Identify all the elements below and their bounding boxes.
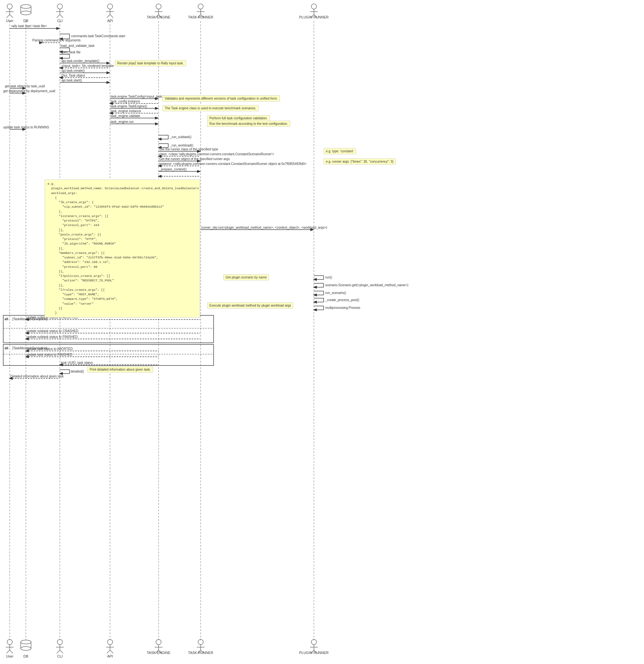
svg-line-130 xyxy=(57,15,60,18)
svg-text:_run_workload(): _run_workload() xyxy=(169,144,193,147)
svg-text:task.engine.TaskConfig(<input_: task.engine.TaskConfig(<input_task>) xyxy=(111,95,165,98)
note-runnerclass: e.g. type: 'constant' xyxy=(324,148,356,154)
svg-point-126 xyxy=(21,11,31,15)
svg-line-156 xyxy=(10,650,13,653)
svg-text:api.task.start(): api.task.start() xyxy=(61,79,82,82)
svg-text:update task status to ABORTED: update task status to ABORTED xyxy=(26,347,73,351)
svg-text:scenario.Scenario.get(<plugin_: scenario.Scenario.get(<plugin_workload_m… xyxy=(325,283,408,287)
svg-text:runner_obj.run(<plugin_workloa: runner_obj.run(<plugin_workload_method_n… xyxy=(201,226,327,229)
svg-text:task_engine.validate: task_engine.validate xyxy=(111,114,140,118)
svg-point-181 xyxy=(311,639,317,645)
svg-line-169 xyxy=(107,650,110,653)
svg-point-142 xyxy=(198,4,203,9)
svg-text:Get the runner class of the sp: Get the runner class of the specified ty… xyxy=(159,147,218,151)
svg-text:Get the runner object of the s: Get the runner object of the specified r… xyxy=(159,157,230,161)
svg-point-123 xyxy=(21,4,31,8)
lifeline-user: User xyxy=(3,3,16,23)
svg-text:api.task.create(): api.task.create() xyxy=(61,69,85,72)
svg-text:update task status to FINISHED: update task status to FINISHED xyxy=(26,353,73,356)
svg-text:Dict, Task object: Dict, Task object xyxy=(61,74,85,77)
svg-point-132 xyxy=(107,4,113,9)
svg-point-137 xyxy=(156,4,161,9)
lifeline-taskengine-bottom: TASK ENGINE xyxy=(142,639,175,655)
svg-line-136 xyxy=(110,15,113,18)
svg-line-170 xyxy=(110,650,113,653)
note-pluginexec: Execute plugin workload method by plugin… xyxy=(207,303,293,309)
svg-line-164 xyxy=(57,650,60,653)
svg-point-166 xyxy=(107,639,113,645)
svg-text:open_task file: open_task file xyxy=(61,50,81,54)
svg-rect-94 xyxy=(3,315,214,343)
svg-text:instance: <rally.plugins.commo: instance: <rally.plugins.common.runners.… xyxy=(159,162,306,166)
lifeline-cli: CLI xyxy=(54,3,66,23)
svg-text:task_engine.run: task_engine.run xyxy=(111,120,134,124)
lifeline-api-bottom: API xyxy=(104,639,117,658)
svg-text:task UUID, task status: task UUID, task status xyxy=(61,361,93,365)
lifeline-taskrunner-bottom: TASK RUNNER xyxy=(184,639,217,655)
svg-text:_create_process_pool(): _create_process_pool() xyxy=(325,298,359,302)
lifeline-api: API xyxy=(104,3,117,23)
svg-text:[TaskAborted Exception]: [TaskAborted Exception] xyxy=(12,346,47,350)
svg-text:alt: alt xyxy=(4,317,8,321)
lifeline-cli-bottom: CLI xyxy=(54,639,66,658)
lifeline-pluginrunner-bottom: PLUGIN RUNNER xyxy=(298,639,330,655)
note-runnerargs: e.g. runner args: {"times": 30, "concurr… xyxy=(324,159,396,165)
svg-text:_run_subtask(): _run_subtask() xyxy=(169,135,192,139)
lifeline-db: DB xyxy=(19,3,32,23)
lifeline-pluginrunner: PLUGIN RUNNER xyxy=(298,3,330,19)
svg-text:[TaskAborted Exception]: [TaskAborted Exception] xyxy=(12,317,47,321)
svg-text:rally task start <task file>: rally task start <task file> xyxy=(11,24,47,28)
svg-line-121 xyxy=(6,15,10,18)
svg-point-127 xyxy=(57,4,62,9)
svg-text:update subtask status to FINIS: update subtask status to FINISHED xyxy=(26,335,78,339)
note-detailed: Print detailed information about given t… xyxy=(87,367,153,373)
big-note-workload: e.g. plugin_workload_method_name: Octavi… xyxy=(45,180,200,318)
svg-text:multiprocessing.Process: multiprocessing.Process xyxy=(325,306,360,310)
svg-text:update task status to RUNNING: update task status to RUNNING xyxy=(3,125,49,129)
svg-line-165 xyxy=(60,650,63,653)
svg-text:load_and_validate_task: load_and_validate_task xyxy=(61,44,95,47)
svg-point-152 xyxy=(7,639,12,645)
svg-text:run(): run() xyxy=(325,275,332,279)
svg-point-176 xyxy=(198,639,203,645)
svg-point-157 xyxy=(21,640,31,644)
svg-line-122 xyxy=(10,15,13,18)
svg-text:commands.task:TaskCommands.sta: commands.task:TaskCommands.start xyxy=(71,34,125,38)
svg-point-118 xyxy=(7,4,12,9)
svg-text:task_config instance: task_config instance xyxy=(111,100,140,103)
svg-text:<input_task>: Str, rendered te: <input_task>: Str, rendered template xyxy=(61,64,114,68)
svg-text:_prepare_context(): _prepare_context() xyxy=(159,168,187,171)
note-run: Run the benchmark according to the test … xyxy=(207,121,290,127)
svg-text:task.engine.TaskEngine(): task.engine.TaskEngine() xyxy=(111,104,147,108)
svg-point-171 xyxy=(156,639,161,645)
svg-rect-102 xyxy=(3,345,214,366)
svg-text:detailed(): detailed() xyxy=(71,370,84,373)
lifeline-taskengine: TASK ENGINE xyxy=(142,3,175,19)
note-render: Render jinja2 task template to Rally inp… xyxy=(115,60,186,66)
svg-text:get deployment by deployment_u: get deployment by deployment_uuid xyxy=(3,89,55,93)
sequence-diagram: rally task start <task file> commands.ta… xyxy=(0,0,644,664)
svg-text:Detailed information about giv: Detailed information about given task. xyxy=(11,375,64,378)
lifeline-db-bottom: DB xyxy=(19,639,32,658)
svg-text:get task object by task_uuid: get task object by task_uuid xyxy=(5,84,45,88)
svg-point-161 xyxy=(57,639,62,645)
svg-line-131 xyxy=(60,15,63,18)
lifeline-user-bottom: User xyxy=(3,639,16,658)
svg-text:run_scenario(): run_scenario() xyxy=(325,291,346,295)
svg-line-155 xyxy=(6,650,10,653)
svg-text:class: <class 'rally.plugins.c: class: <class 'rally.plugins.common.runn… xyxy=(159,152,274,156)
svg-text:api.task.render_template(): api.task.render_template() xyxy=(61,59,99,63)
svg-line-135 xyxy=(107,15,110,18)
note-taskconfig: Validates and represents different versi… xyxy=(162,96,280,102)
svg-text:update subtask status to CRASH: update subtask status to CRASHED xyxy=(26,329,78,333)
lifeline-taskrunner: TASK RUNNER xyxy=(184,3,217,19)
note-taskengine: The Task engine class is used to execute… xyxy=(162,105,259,111)
svg-text:alt: alt xyxy=(4,346,8,350)
svg-point-147 xyxy=(311,4,317,9)
svg-point-160 xyxy=(21,646,31,650)
svg-text:Parsing command line arguments: Parsing command line arguments xyxy=(32,39,81,42)
note-pluginscenario: Get plugin scenario by name xyxy=(223,274,269,281)
svg-text:task_engine instance: task_engine instance xyxy=(111,109,141,113)
